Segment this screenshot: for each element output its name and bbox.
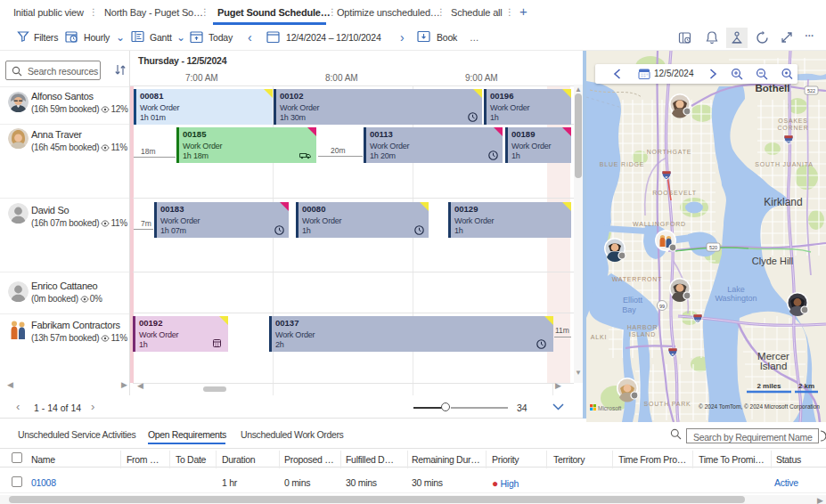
- svg-text:Microsoft: Microsoft: [598, 405, 622, 411]
- svg-text:CORNER: CORNER: [777, 125, 808, 131]
- svg-text:ROOSEVELT: ROOSEVELT: [652, 190, 696, 196]
- svg-text:5: 5: [665, 175, 667, 181]
- svg-text:Lake: Lake: [727, 285, 745, 294]
- svg-text:90: 90: [695, 319, 700, 324]
- svg-text:5: 5: [671, 353, 674, 358]
- svg-text:Bothell: Bothell: [756, 83, 790, 93]
- svg-text:520: 520: [709, 245, 717, 250]
- svg-text:ISLAND: ISLAND: [629, 331, 656, 337]
- svg-text:Clyde Hill: Clyde Hill: [752, 256, 793, 266]
- svg-text:© 2024 TomTom, © 2024 Microsof: © 2024 TomTom, © 2024 Microsoft Corporat…: [699, 403, 820, 411]
- svg-text:ALKI: ALKI: [591, 334, 607, 340]
- svg-text:WATERFRONT: WATERFRONT: [612, 276, 663, 282]
- svg-text:2 miles: 2 miles: [756, 382, 781, 390]
- svg-text:Bay: Bay: [622, 305, 636, 314]
- svg-text:99: 99: [659, 304, 665, 309]
- svg-text:OSAKES: OSAKES: [778, 118, 808, 124]
- svg-text:2 km: 2 km: [798, 382, 814, 390]
- svg-text:SOUTH PARK: SOUTH PARK: [644, 401, 691, 407]
- svg-text:Island: Island: [760, 361, 788, 371]
- svg-text:522: 522: [807, 88, 815, 93]
- svg-text:SOUTH JUANITA: SOUTH JUANITA: [755, 161, 814, 167]
- svg-text:BLUE RIDGE: BLUE RIDGE: [600, 161, 644, 167]
- svg-text:HARBOR: HARBOR: [627, 324, 658, 330]
- svg-text:405: 405: [785, 141, 792, 145]
- svg-text:WALLINGFORD: WALLINGFORD: [633, 221, 686, 227]
- svg-text:NORTHGATE: NORTHGATE: [647, 149, 692, 155]
- svg-text:Washington: Washington: [715, 294, 756, 303]
- svg-text:Elliott: Elliott: [623, 296, 643, 305]
- svg-text:Kirkland: Kirkland: [764, 196, 802, 208]
